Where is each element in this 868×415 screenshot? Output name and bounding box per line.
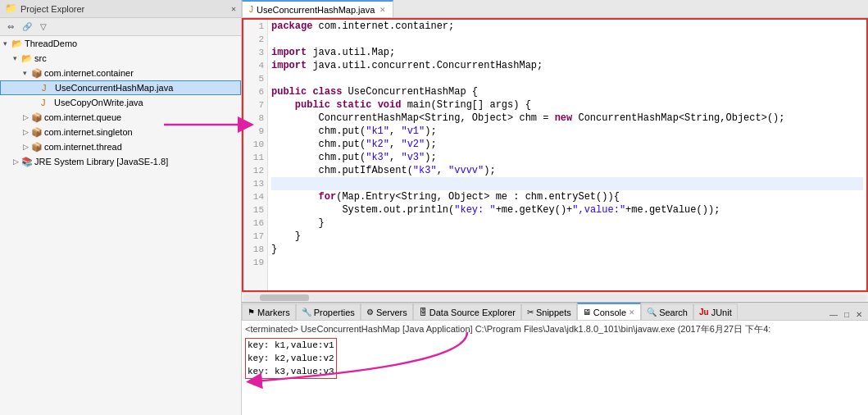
tree-item-thread[interactable]: ▷ 📦 com.internet.thread [0, 139, 241, 154]
tab-close-button[interactable]: ✕ [629, 308, 635, 317]
servers-icon: ⚙ [366, 308, 374, 317]
tab-label: Properties [314, 308, 355, 317]
code-line-7: public static void main(String[] args) { [271, 98, 863, 112]
tree-item-label: UseConcurrentHashMap.java [55, 83, 173, 93]
tab-datasource[interactable]: 🗄 Data Source Explorer [413, 303, 521, 320]
scrollbar-track[interactable] [243, 294, 866, 301]
project-explorer-header: 📁 Project Explorer ✕ [0, 0, 241, 18]
markers-icon: ⚑ [248, 308, 255, 317]
tab-search[interactable]: 🔍 Search [641, 303, 693, 320]
code-line-14: for(Map.Entry<String, Object> me : chm.e… [271, 190, 863, 203]
code-line-17: } [271, 230, 863, 243]
line-number: 17 [243, 230, 267, 243]
line-number: 7 [243, 98, 267, 112]
editor-tab-bar: J UseConcurrentHashMap.java ✕ [242, 0, 868, 18]
library-icon: 📚 [21, 157, 34, 167]
tree-item-jre[interactable]: ▷ 📚 JRE System Library [JavaSE-1.8] [0, 154, 241, 169]
line-number: 2 [243, 33, 267, 46]
line-number: 19 [243, 256, 267, 269]
code-line-18: } [271, 243, 863, 256]
code-line-15: System.out.println("key: "+me.getKey()+"… [271, 203, 863, 217]
view-menu-button[interactable]: ▽ [36, 20, 51, 34]
code-line-3: import java.util.Map; [271, 46, 863, 59]
code-line-2 [271, 33, 863, 46]
editor-panel: J UseConcurrentHashMap.java ✕ 1 2 3 4 5 … [242, 0, 868, 302]
project-explorer-panel: 📁 Project Explorer ✕ ⇔ 🔗 ▽ ▾ 📂 ThreadDem… [0, 0, 242, 415]
link-with-editor-button[interactable]: 🔗 [20, 20, 34, 34]
tree-item-singleton[interactable]: ▷ 📦 com.internet.singleton [0, 125, 241, 139]
tree-item-label: com.internet.queue [44, 112, 121, 122]
tree-item-label: ThreadDemo [25, 39, 77, 48]
properties-icon: 🔧 [302, 308, 311, 317]
project-icon: 📂 [11, 39, 25, 49]
line-number: 10 [243, 138, 267, 151]
code-line-12: chm.putIfAbsent("k3", "vvvv"); [271, 164, 863, 177]
line-number: 6 [243, 85, 267, 98]
tree-item-usecopyonwrite[interactable]: J UseCopyOnWrite.java [0, 95, 241, 110]
console-output-line-1: key: k1,value:v1 [246, 339, 336, 352]
tab-label: Console [593, 308, 626, 317]
tab-label: Markers [257, 308, 290, 317]
tab-junit[interactable]: Ju JUnit [693, 303, 738, 320]
tab-servers[interactable]: ⚙ Servers [361, 303, 413, 320]
line-number: 18 [243, 243, 267, 256]
line-number: 11 [243, 151, 267, 164]
tree-item-queue[interactable]: ▷ 📦 com.internet.queue [0, 110, 241, 125]
project-explorer-icon: 📁 [5, 2, 17, 15]
close-panel-button[interactable]: ✕ [853, 309, 865, 320]
tab-markers[interactable]: ⚑ Markers [242, 303, 296, 320]
console-terminated-line: <terminated> UseConcurrentHashMap [Java … [245, 322, 865, 336]
editor-scrollbar[interactable] [242, 292, 868, 302]
tree-item-src[interactable]: ▾ 📂 src [0, 51, 241, 66]
line-numbers: 1 2 3 4 5 6 7 8 9 10 11 12 13 14 [243, 20, 268, 290]
tab-label: Servers [376, 308, 407, 317]
search-icon: 🔍 [647, 308, 657, 317]
project-tree: ▾ 📂 ThreadDemo ▾ 📂 src ▾ 📦 com.internet.… [0, 36, 241, 415]
java-tab-icon: J [249, 5, 253, 14]
line-number: 9 [243, 125, 267, 138]
tree-item-threadDemo[interactable]: ▾ 📂 ThreadDemo [0, 36, 241, 51]
tree-item-container[interactable]: ▾ 📦 com.internet.container [0, 66, 241, 80]
tree-item-useconcurrent[interactable]: J UseConcurrentHashMap.java [0, 80, 241, 95]
console-output-box: key: k1,value:v1 key: k2,value:v2 key: k… [245, 338, 337, 379]
tree-item-label: src [34, 53, 47, 63]
tab-console[interactable]: 🖥 Console ✕ [577, 303, 641, 320]
java-file-icon: J [41, 98, 54, 107]
minimize-panel-button[interactable]: — [827, 309, 840, 320]
line-number: 14 [243, 190, 267, 203]
close-icon[interactable]: ✕ [231, 4, 236, 14]
collapse-all-button[interactable]: ⇔ [3, 20, 18, 34]
console-output-line-3: key: k3,value:v3 [246, 365, 336, 378]
code-line-19 [271, 256, 863, 269]
package-icon: 📦 [31, 68, 44, 79]
code-line-8: ConcurrentHashMap<String, Object> chm = … [271, 112, 863, 125]
code-line-10: chm.put("k2", "v2"); [271, 138, 863, 151]
tab-label: Snippets [536, 308, 571, 317]
tree-item-label: JRE System Library [JavaSE-1.8] [34, 157, 168, 166]
tree-item-label: UseCopyOnWrite.java [54, 98, 143, 107]
line-number: 16 [243, 217, 267, 230]
project-explorer-toolbar: ⇔ 🔗 ▽ [0, 18, 241, 36]
line-number: 4 [243, 59, 267, 72]
bottom-panel-actions: — □ ✕ [827, 309, 868, 320]
tab-close-button[interactable]: ✕ [379, 6, 386, 14]
package-icon: 📦 [31, 112, 44, 123]
bottom-panel: ⚑ Markers 🔧 Properties ⚙ Servers 🗄 Data … [242, 302, 868, 415]
code-editor[interactable]: 1 2 3 4 5 6 7 8 9 10 11 12 13 14 [242, 18, 868, 292]
package-icon: 📦 [31, 142, 44, 153]
code-lines[interactable]: package com.internet.container; import j… [268, 20, 866, 290]
maximize-panel-button[interactable]: □ [842, 309, 852, 320]
line-number: 1 [243, 20, 267, 33]
tab-properties[interactable]: 🔧 Properties [296, 303, 361, 320]
tree-item-label: com.internet.thread [44, 142, 122, 152]
line-number: 13 [243, 177, 267, 190]
tab-snippets[interactable]: ✂ Snippets [521, 303, 577, 320]
code-line-13 [271, 177, 863, 190]
code-line-9: chm.put("k1", "v1"); [271, 125, 863, 138]
line-number: 8 [243, 112, 267, 125]
console-output-line-2: key: k2,value:v2 [246, 352, 336, 365]
scrollbar-thumb[interactable] [260, 294, 309, 301]
tab-label: Data Source Explorer [429, 308, 516, 317]
folder-icon: 📂 [21, 53, 34, 64]
editor-tab-useconcurrent[interactable]: J UseConcurrentHashMap.java ✕ [242, 0, 393, 17]
